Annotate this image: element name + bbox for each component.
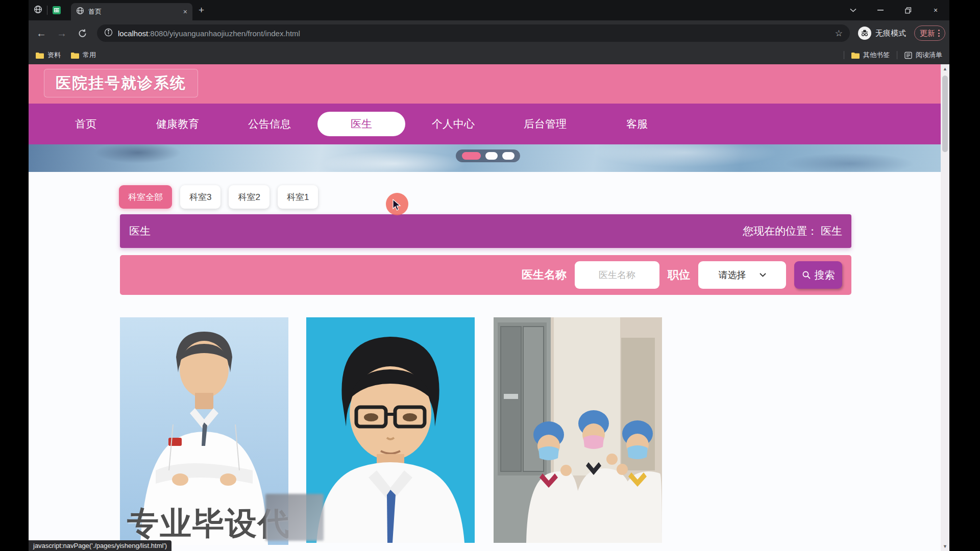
bookmark-star-icon[interactable]: ☆ <box>835 28 843 39</box>
active-tab[interactable]: 首页 × <box>71 3 192 20</box>
nav-item-customer-service[interactable]: 客服 <box>591 112 683 136</box>
search-button[interactable]: 搜索 <box>794 261 842 289</box>
status-bar: javascript:navPage('./pages/yisheng/list… <box>29 540 172 551</box>
globe-icon <box>34 5 42 16</box>
scroll-up-icon[interactable]: ▲ <box>943 64 947 73</box>
url-text: localhost:8080/yiyuanguanhaojiuzhen/fron… <box>118 29 300 38</box>
nav-item-announcements[interactable]: 公告信息 <box>224 112 315 136</box>
bookmarks-bar: 资料 常用 其他书签 阅读清单 <box>29 46 949 64</box>
reading-list-icon <box>904 52 912 59</box>
pinned-tab-1[interactable] <box>29 2 47 19</box>
blur-patch <box>265 494 324 541</box>
screen: 首页 × + × ← → <box>0 0 980 551</box>
scrollbar-thumb[interactable] <box>942 76 948 152</box>
cursor-arrow-icon <box>392 199 403 211</box>
close-window-button[interactable]: × <box>922 0 949 20</box>
forward-icon[interactable]: → <box>53 24 70 42</box>
info-icon[interactable] <box>104 28 113 39</box>
update-button[interactable]: 更新 <box>914 26 945 41</box>
other-bookmarks-button[interactable]: 其他书签 <box>848 51 893 60</box>
bookmarks-separator <box>897 51 897 59</box>
minimize-button[interactable] <box>867 0 894 20</box>
section-title: 医生 <box>129 224 151 238</box>
window-controls: × <box>839 0 949 20</box>
nav-item-doctors[interactable]: 医生 <box>317 112 405 136</box>
site-header: 医院挂号就诊系统 <box>29 64 941 104</box>
incognito-label: 无痕模式 <box>875 29 906 38</box>
position-select-value: 请选择 <box>719 269 746 281</box>
other-bookmarks-label: 其他书签 <box>863 51 890 60</box>
address-bar[interactable]: localhost:8080/yiyuanguanhaojiuzhen/fron… <box>97 24 850 42</box>
folder-icon <box>851 52 860 59</box>
carousel-dot-active[interactable] <box>462 152 481 160</box>
scroll-down-icon[interactable]: ▼ <box>943 542 947 551</box>
chevron-down-icon <box>760 273 766 277</box>
tab-strip: 首页 × + × <box>29 0 949 20</box>
position-label: 职位 <box>668 267 690 283</box>
doctor-card-2[interactable] <box>306 317 475 543</box>
restore-button[interactable] <box>894 0 922 20</box>
carousel-indicators <box>456 149 520 162</box>
back-icon[interactable]: ← <box>33 24 50 42</box>
filter-department-1[interactable]: 科室1 <box>278 185 318 209</box>
page-scrollbar[interactable]: ▲ ▼ <box>941 64 949 551</box>
main-nav: 首页 健康教育 公告信息 医生 个人中心 后台管理 客服 <box>29 104 941 144</box>
folder-icon <box>71 52 79 59</box>
bookmark-label: 资料 <box>47 51 61 60</box>
browser-window: 首页 × + × ← → <box>29 0 949 551</box>
doctor-name-input[interactable] <box>575 261 659 289</box>
bookmark-folder-ziliao[interactable]: 资料 <box>33 51 64 60</box>
reload-icon[interactable] <box>74 24 91 42</box>
search-icon <box>802 270 811 280</box>
browser-toolbar: ← → localhost:8080/yiyuanguanhaojiuzhen/… <box>29 20 949 46</box>
tab-title: 首页 <box>88 7 179 16</box>
web-page: 医院挂号就诊系统 首页 健康教育 公告信息 医生 个人中心 后台管理 客服 科室 <box>29 64 941 551</box>
incognito-badge: 无痕模式 <box>858 27 906 40</box>
bookmark-label: 常用 <box>83 51 96 60</box>
nav-item-personal-center[interactable]: 个人中心 <box>407 112 499 136</box>
reading-list-label: 阅读清单 <box>916 51 942 60</box>
mouse-cursor <box>386 193 408 215</box>
sheets-icon <box>53 6 61 14</box>
position-select[interactable]: 请选择 <box>698 261 786 289</box>
bookmarks-separator <box>844 51 844 59</box>
tab-favicon-globe-icon <box>76 7 84 17</box>
folder-icon <box>36 52 44 59</box>
hero-banner <box>29 144 941 172</box>
carousel-dot[interactable] <box>502 152 514 160</box>
doctor-photo-young <box>306 317 475 543</box>
filter-all-departments[interactable]: 科室全部 <box>119 185 172 209</box>
update-label: 更新 <box>920 29 935 38</box>
department-filter: 科室全部 科室3 科室2 科室1 <box>119 185 318 209</box>
nav-item-admin[interactable]: 后台管理 <box>499 112 591 136</box>
incognito-icon <box>858 27 871 40</box>
bookmark-folder-changyong[interactable]: 常用 <box>68 51 99 60</box>
menu-kebab-icon[interactable] <box>938 30 940 37</box>
breadcrumb: 您现在的位置： 医生 <box>743 224 842 238</box>
doctor-name-label: 医生名称 <box>522 267 567 283</box>
watermark-text: 专业毕设代 <box>127 502 288 545</box>
new-tab-button[interactable]: + <box>199 5 204 16</box>
nav-item-home[interactable]: 首页 <box>40 112 132 136</box>
tab-close-icon[interactable]: × <box>183 8 187 16</box>
nurses-photo <box>494 317 662 543</box>
status-bar-link-text: javascript:navPage('./pages/yisheng/list… <box>33 542 167 549</box>
section-title-bar: 医生 您现在的位置： 医生 <box>120 214 851 248</box>
carousel-dot[interactable] <box>485 152 498 160</box>
site-title: 医院挂号就诊系统 <box>44 69 198 97</box>
doctor-card-1[interactable]: 专业毕设代 <box>120 317 288 545</box>
filter-department-2[interactable]: 科室2 <box>229 185 269 209</box>
search-button-label: 搜索 <box>815 268 835 282</box>
chevron-down-icon[interactable] <box>839 0 867 20</box>
search-bar: 医生名称 职位 请选择 搜索 <box>120 255 851 295</box>
reading-list-button[interactable]: 阅读清单 <box>901 51 945 60</box>
nav-item-health-education[interactable]: 健康教育 <box>132 112 224 136</box>
pinned-tab-2[interactable] <box>47 2 66 19</box>
nurses-card[interactable] <box>494 317 662 543</box>
filter-department-3[interactable]: 科室3 <box>180 185 220 209</box>
